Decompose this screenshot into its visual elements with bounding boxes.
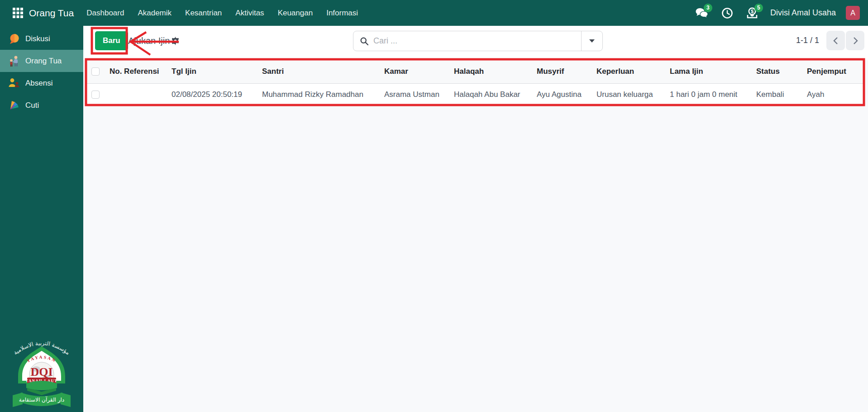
- cell-penjemput: Ayah: [801, 83, 864, 105]
- col-penjemput[interactable]: Penjemput: [801, 60, 864, 83]
- search-input[interactable]: [373, 36, 581, 46]
- foundation-logo: مؤسسة التربية الاسلامية YAYASAN DQI TANA…: [9, 333, 74, 411]
- menu-informasi[interactable]: Informasi: [326, 9, 358, 18]
- col-musyrif[interactable]: Musyrif: [531, 60, 591, 83]
- sidebar-item-label: Orang Tua: [25, 57, 62, 66]
- cell-santri: Muhammad Rizky Ramadhan: [257, 83, 379, 105]
- menu-akademik[interactable]: Akademik: [138, 9, 172, 18]
- cell-status: Kembali: [751, 83, 801, 105]
- page-title: Ajukan Ijin: [128, 36, 170, 46]
- col-status[interactable]: Status: [751, 60, 801, 83]
- cell-kamar: Asrama Ustman: [379, 83, 448, 105]
- table-header-row: No. Referensi Tgl Ijin Santri Kamar Hala…: [85, 60, 864, 83]
- parents-icon: [8, 55, 20, 67]
- menu-kesantrian[interactable]: Kesantrian: [185, 9, 222, 18]
- attendance-people-icon: [8, 77, 20, 89]
- menu-dashboard[interactable]: Dashboard: [86, 9, 124, 18]
- cell-tgl-ijin: 02/08/2025 20:50:19: [166, 83, 257, 105]
- new-record-button[interactable]: Baru: [95, 31, 128, 50]
- cog-menu-button[interactable]: [171, 37, 180, 47]
- logo-arabic-bottom: دار القرآن الاستقامة: [19, 396, 64, 403]
- screen: Orang Tua Dashboard Akademik Kesantrian …: [0, 0, 868, 412]
- select-all-cell: [85, 60, 104, 83]
- sidebar-item-label: Absensi: [25, 79, 52, 88]
- discuss-bubble-icon: [8, 33, 20, 45]
- sidebar-item-label: Diskusi: [25, 34, 50, 43]
- col-santri[interactable]: Santri: [257, 60, 379, 83]
- chevron-right-icon: [852, 37, 859, 45]
- pager-range[interactable]: 1-1 / 1: [796, 36, 819, 45]
- col-keperluan[interactable]: Keperluan: [591, 60, 664, 83]
- search-bar: [353, 31, 603, 51]
- sidebar-item-label: Cuti: [25, 101, 39, 110]
- top-navbar: Orang Tua Dashboard Akademik Kesantrian …: [0, 0, 868, 26]
- sidebar: Diskusi Orang Tua: [0, 26, 83, 412]
- cell-lama-ijin: 1 hari 0 jam 0 menit: [664, 83, 751, 105]
- cell-keperluan: Urusan keluarga: [591, 83, 664, 105]
- svg-text:$: $: [751, 8, 754, 14]
- messages-button[interactable]: 3: [694, 5, 710, 21]
- pager: 1-1 / 1: [796, 31, 864, 50]
- search-icon: [360, 37, 369, 46]
- user-menu-label[interactable]: Divisi Amal Usaha: [770, 8, 836, 18]
- chevron-left-icon: [832, 37, 839, 45]
- control-panel: Baru Ajukan Ijin: [83, 26, 868, 60]
- col-tgl-ijin[interactable]: Tgl Ijin: [166, 60, 257, 83]
- umbrella-icon: [8, 100, 20, 111]
- cell-halaqah: Halaqah Abu Bakar: [448, 83, 531, 105]
- activities-badge: 5: [754, 4, 763, 12]
- recent-button[interactable]: [720, 5, 735, 21]
- user-avatar[interactable]: A: [846, 6, 860, 20]
- cell-no-referensi: [104, 83, 166, 105]
- sidebar-item-cuti[interactable]: Cuti: [0, 94, 83, 116]
- row-select-cell: [85, 83, 104, 105]
- pager-next-button[interactable]: [846, 31, 864, 50]
- pager-previous-button[interactable]: [826, 31, 845, 50]
- col-no-referensi[interactable]: No. Referensi: [104, 60, 166, 83]
- messages-badge: 3: [704, 4, 712, 12]
- main-content: Baru Ajukan Ijin: [83, 26, 868, 412]
- activities-button[interactable]: $ 5: [745, 5, 760, 21]
- menu-keuangan[interactable]: Keuangan: [278, 9, 313, 18]
- gear-icon: [171, 37, 180, 45]
- table-row[interactable]: 02/08/2025 20:50:19 Muhammad Rizky Ramad…: [85, 83, 864, 105]
- chevron-down-icon: [589, 39, 595, 43]
- col-halaqah[interactable]: Halaqah: [448, 60, 531, 83]
- clock-icon: [721, 7, 733, 19]
- records-table: No. Referensi Tgl Ijin Santri Kamar Hala…: [85, 60, 864, 106]
- grid-icon: [13, 8, 23, 18]
- logo-abbr: DQI: [30, 365, 52, 378]
- sidebar-item-diskusi[interactable]: Diskusi: [0, 28, 83, 50]
- sidebar-item-orang-tua[interactable]: Orang Tua: [0, 50, 83, 72]
- app-title[interactable]: Orang Tua: [29, 8, 74, 19]
- menu-aktivitas[interactable]: Aktivitas: [235, 9, 264, 18]
- search-filters-toggle[interactable]: [581, 31, 602, 51]
- col-lama-ijin[interactable]: Lama Ijin: [664, 60, 751, 83]
- apps-grid-icon[interactable]: [7, 8, 28, 18]
- cell-musyrif: Ayu Agustina: [531, 83, 591, 105]
- row-checkbox[interactable]: [91, 91, 100, 99]
- navbar-menu: Dashboard Akademik Kesantrian Aktivitas …: [86, 9, 358, 18]
- navbar-right: 3 $ 5 Divisi Amal Usaha A: [694, 5, 868, 21]
- col-kamar[interactable]: Kamar: [379, 60, 448, 83]
- select-all-checkbox[interactable]: [91, 67, 100, 76]
- sidebar-item-absensi[interactable]: Absensi: [0, 72, 83, 94]
